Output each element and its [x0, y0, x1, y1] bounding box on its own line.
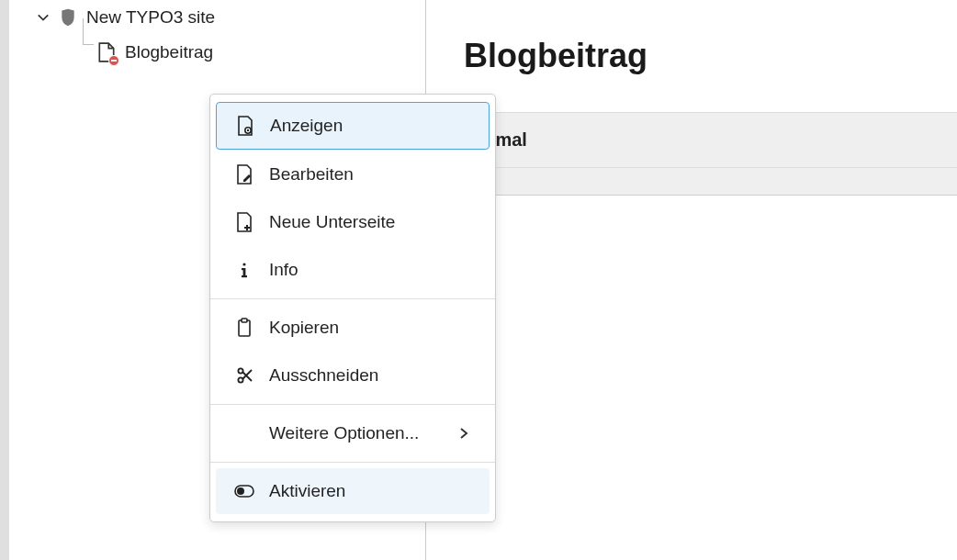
- svg-point-11: [237, 487, 244, 495]
- tree-root-row[interactable]: New TYPO3 site: [9, 0, 425, 35]
- menu-separator: [210, 462, 495, 463]
- menu-label: Aktivieren: [269, 481, 471, 501]
- svg-rect-5: [242, 275, 247, 277]
- scissors-icon: [234, 365, 254, 386]
- svg-rect-4: [242, 268, 244, 270]
- spacer-icon: [234, 423, 254, 443]
- toggle-icon: [234, 481, 254, 501]
- menu-item-enable[interactable]: Aktivieren: [216, 468, 490, 514]
- info-icon: [234, 260, 254, 280]
- menu-item-cut[interactable]: Ausschneiden: [216, 353, 490, 398]
- svg-point-2: [242, 263, 245, 265]
- tree-child-label: Blogbeitrag: [125, 42, 213, 62]
- tree-child-row[interactable]: Blogbeitrag: [9, 35, 425, 70]
- column-body-normal[interactable]: [427, 168, 957, 196]
- tree-root-label: New TYPO3 site: [86, 7, 215, 28]
- edit-icon: [234, 164, 254, 185]
- menu-label: Anzeigen: [270, 116, 470, 136]
- svg-rect-7: [242, 319, 247, 322]
- chevron-down-icon[interactable]: [37, 11, 50, 24]
- menu-item-copy[interactable]: Kopieren: [216, 305, 490, 351]
- new-page-icon: [234, 212, 254, 232]
- context-menu: Anzeigen Bearbeiten Neue Unterseite Info…: [209, 94, 496, 522]
- menu-item-info[interactable]: Info: [216, 247, 490, 293]
- module-rail: [0, 0, 9, 560]
- main-content-panel: Blogbeitrag Normal: [427, 0, 957, 560]
- menu-item-new-subpage[interactable]: Neue Unterseite: [216, 199, 490, 245]
- menu-label: Kopieren: [269, 318, 471, 338]
- page-title: Blogbeitrag: [427, 0, 957, 112]
- column-header-normal: Normal: [427, 112, 957, 168]
- chevron-right-icon: [458, 427, 471, 440]
- menu-label: Weitere Optionen...: [269, 423, 444, 443]
- clipboard-icon: [234, 318, 254, 338]
- view-icon: [235, 116, 255, 136]
- menu-item-view[interactable]: Anzeigen: [216, 102, 490, 150]
- menu-item-more-options[interactable]: Weitere Optionen...: [216, 410, 490, 456]
- menu-label: Info: [269, 260, 471, 280]
- typo3-shield-icon: [59, 8, 77, 27]
- menu-label: Ausschneiden: [269, 365, 471, 386]
- menu-label: Neue Unterseite: [269, 212, 471, 232]
- menu-label: Bearbeiten: [269, 164, 471, 185]
- menu-item-edit[interactable]: Bearbeiten: [216, 151, 490, 197]
- menu-separator: [210, 298, 495, 299]
- page-disabled-icon: [97, 42, 116, 62]
- disabled-badge-icon: [108, 55, 119, 66]
- svg-point-1: [247, 129, 249, 131]
- menu-separator: [210, 404, 495, 405]
